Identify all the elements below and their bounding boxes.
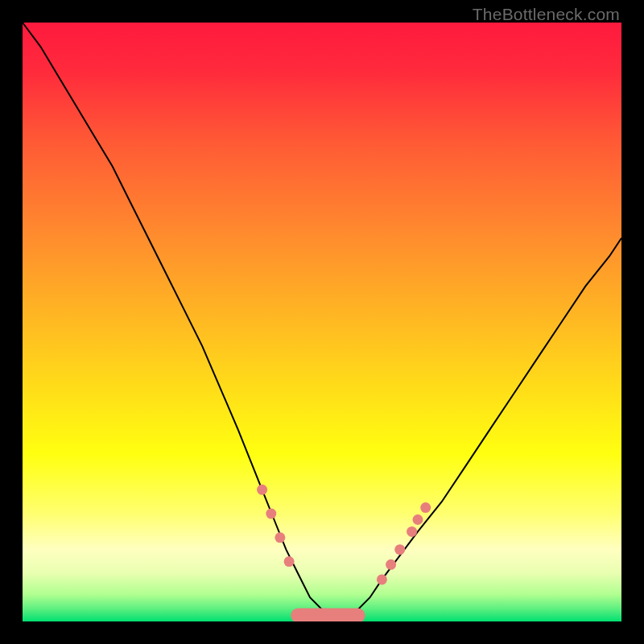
marker-dot — [386, 559, 396, 570]
marker-dot — [394, 544, 405, 555]
marker-dot — [266, 509, 276, 519]
curve-markers — [257, 485, 431, 621]
watermark-text: TheBottleneck.com — [473, 5, 620, 24]
curve-layer — [23, 23, 621, 621]
marker-dot — [407, 526, 417, 537]
chart-frame: TheBottleneck.com — [0, 0, 644, 644]
plot-area — [23, 23, 621, 621]
marker-dot — [420, 502, 431, 513]
bottleneck-curve — [23, 23, 621, 616]
marker-lozenge — [291, 609, 365, 621]
marker-dot — [413, 514, 423, 525]
marker-dot — [257, 485, 267, 495]
marker-dot — [377, 574, 387, 584]
marker-dot — [275, 532, 285, 543]
marker-dot — [284, 556, 295, 567]
